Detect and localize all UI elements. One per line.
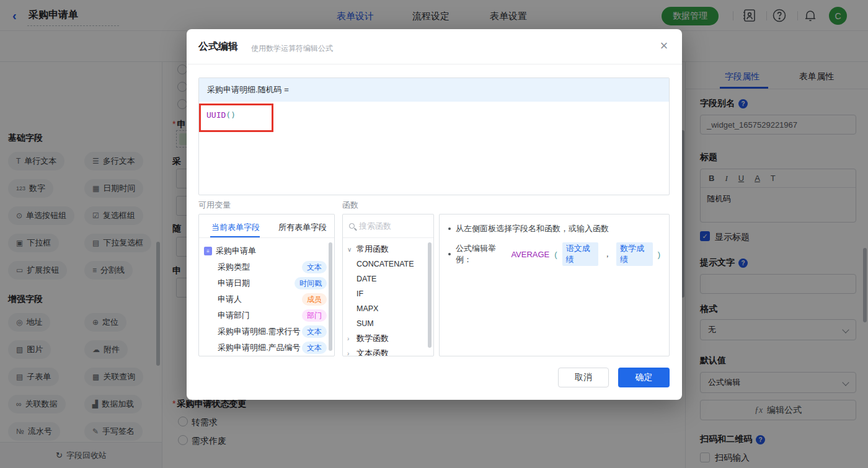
tip-line-2: 公式编辑举例：AVERAGE( 语文成绩 ， 数学成绩 ) xyxy=(448,242,660,266)
formula-target: 采购申请明细.随机码 = xyxy=(199,78,669,102)
example-field-chip: 数学成绩 xyxy=(616,242,653,266)
chevron-right-icon: › xyxy=(347,335,353,342)
divider xyxy=(187,64,682,64)
annotation-highlight-box xyxy=(199,104,273,132)
variables-label: 可用变量 xyxy=(198,200,231,211)
type-badge: 文本 xyxy=(302,342,327,354)
example-field-chip: 语文成绩 xyxy=(562,242,599,266)
variables-panel: 当前表单字段 所有表单字段 ≡ 采购申请单 采购类型文本 申请日期时间戳 申请人… xyxy=(198,214,335,356)
search-icon xyxy=(349,223,355,229)
type-badge: 时间戳 xyxy=(294,277,327,289)
function-item[interactable]: CONCATENATE xyxy=(343,257,433,272)
functions-scrollbar[interactable] xyxy=(428,242,432,348)
formula-edit-modal: 公式编辑 使用数学运算符编辑公式 × 采购申请明细.随机码 = UUID() 可… xyxy=(187,29,682,400)
search-placeholder: 搜索函数 xyxy=(359,221,391,232)
chevron-right-icon: › xyxy=(347,350,353,357)
close-icon[interactable]: × xyxy=(655,37,673,55)
variable-item[interactable]: 申请日期时间戳 xyxy=(199,275,334,291)
type-badge: 文本 xyxy=(302,325,327,338)
tab-current-form-fields[interactable]: 当前表单字段 xyxy=(211,222,260,233)
type-badge: 文本 xyxy=(302,261,327,273)
tab-all-form-fields[interactable]: 所有表单字段 xyxy=(278,222,327,233)
variables-tabs: 当前表单字段 所有表单字段 xyxy=(199,214,334,238)
tips-panel: 从左侧面板选择字段名和函数，或输入函数 公式编辑举例：AVERAGE( 语文成绩… xyxy=(439,214,670,356)
tip-line-1: 从左侧面板选择字段名和函数，或输入函数 xyxy=(448,223,660,234)
type-badge: 部门 xyxy=(302,309,327,322)
formula-editor: 采购申请明细.随机码 = UUID() xyxy=(198,77,670,195)
form-designer-app: ‹ 采购申请单 表单设计 流程设定 表单设置 数据管理 C ⊘ xyxy=(0,0,868,468)
variable-item[interactable]: 采购类型文本 xyxy=(199,259,334,275)
modal-title: 公式编辑 xyxy=(198,40,238,53)
variable-item[interactable]: 采购申请明细.产品编号文本 xyxy=(199,340,334,356)
function-group-math[interactable]: ›数学函数 xyxy=(343,331,433,346)
variable-item[interactable]: 申请人成员 xyxy=(199,291,334,307)
function-search-input[interactable]: 搜索函数 xyxy=(343,214,433,238)
form-name: 采购申请单 xyxy=(216,245,256,257)
variable-item-clipped[interactable] xyxy=(199,356,334,356)
bullet-icon xyxy=(448,253,451,255)
functions-panel: 搜索函数 ∨常用函数 CONCATENATE DATE IF MAPX SUM … xyxy=(342,214,434,356)
variable-item[interactable]: 采购申请明细.需求行号文本 xyxy=(199,324,334,340)
variables-scrollbar[interactable] xyxy=(329,242,332,351)
function-item[interactable]: IF xyxy=(343,286,433,301)
functions-tree: ∨常用函数 CONCATENATE DATE IF MAPX SUM ›数学函数… xyxy=(343,238,433,356)
function-group-text[interactable]: ›文本函数 xyxy=(343,346,433,356)
chevron-down-icon: ∨ xyxy=(347,246,353,253)
function-item[interactable]: DATE xyxy=(343,272,433,286)
form-doc-icon: ≡ xyxy=(204,247,212,255)
functions-label: 函数 xyxy=(342,200,358,211)
variable-item[interactable]: 申请部门部门 xyxy=(199,307,334,324)
variables-tree: ≡ 采购申请单 采购类型文本 申请日期时间戳 申请人成员 申请部门部门 采购申请… xyxy=(199,238,334,356)
type-badge: 成员 xyxy=(302,293,327,306)
confirm-button[interactable]: 确定 xyxy=(618,368,670,387)
function-item[interactable]: MAPX xyxy=(343,301,433,316)
function-group-common[interactable]: ∨常用函数 xyxy=(343,242,433,257)
function-item[interactable]: SUM xyxy=(343,316,433,331)
modal-subtitle: 使用数学运算符编辑公式 xyxy=(251,43,333,54)
active-tab-underline xyxy=(210,236,260,237)
example-function: AVERAGE xyxy=(511,250,549,259)
tree-root-form[interactable]: ≡ 采购申请单 xyxy=(199,243,334,259)
bullet-icon xyxy=(448,227,451,230)
cancel-button[interactable]: 取消 xyxy=(558,368,609,387)
